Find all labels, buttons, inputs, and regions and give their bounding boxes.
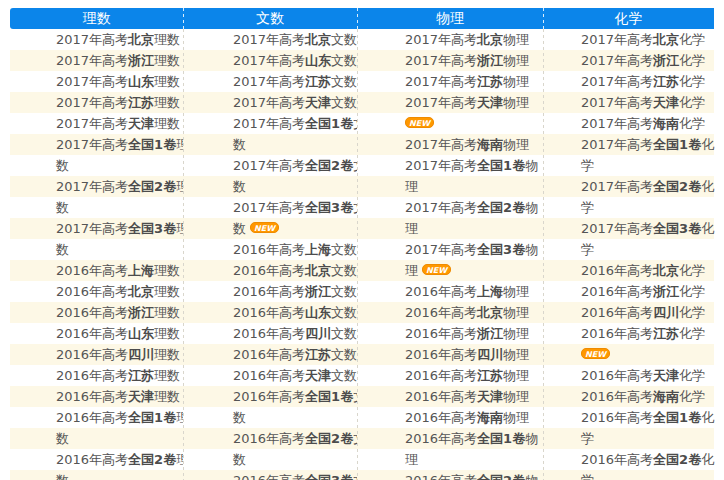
paper-link[interactable]: 2017年高考全国1卷物理 [405,155,543,197]
paper-link-line: 2016年高考江苏物理 [405,365,543,386]
paper-link[interactable]: 2017年高考江苏文数 [233,71,357,92]
paper-link-line: 2016年高考北京理数 [56,281,183,302]
paper-link[interactable]: 2016年高考浙江理数 [56,302,183,323]
paper-link[interactable]: 2016年高考四川理数 [56,344,183,365]
paper-link-line: 2017年高考全国3卷化 [581,218,714,239]
paper-link[interactable]: 2017年高考海南化学 [581,113,714,134]
paper-link[interactable]: 2016年高考山东文数 [233,302,357,323]
paper-link[interactable]: 2017年高考全国3卷理数 [56,218,183,260]
paper-link[interactable]: 2017年高考全国1卷文数 [233,113,357,155]
paper-link[interactable]: 2016年高考天津文数 [233,365,357,386]
paper-link-line: 2016年高考天津化学 [581,365,714,386]
paper-link[interactable]: 2016年高考天津物理 [405,386,543,407]
paper-link-line: 2017年高考天津文数 [233,92,357,113]
paper-link-line: 2016年高考江苏化学 [581,323,714,344]
paper-link[interactable]: 2016年高考江苏物理 [405,365,543,386]
paper-link-line: 数 [56,197,183,218]
paper-link[interactable]: 2016年高考天津理数 [56,386,183,407]
paper-link[interactable]: 2016年高考浙江物理 [405,323,543,344]
paper-link[interactable]: 2016年高考全国2卷化学 [581,449,714,480]
paper-link[interactable]: 2016年高考全国2卷文数 [233,428,357,470]
subject-column: 化学2017年高考北京化学2017年高考浙江化学2017年高考江苏化学2017年… [543,8,714,480]
paper-link[interactable]: 2017年高考全国1卷化学 [581,134,714,176]
paper-link[interactable]: 2016年高考上海文数 [233,239,357,260]
paper-link[interactable]: 2016年高考四川化学 [581,302,714,323]
paper-link[interactable]: 2017年高考全国1卷理数 [56,134,183,176]
paper-link[interactable]: 2017年高考天津文数 [233,92,357,113]
paper-link[interactable]: 2016年高考天津化学 [581,365,714,386]
paper-link[interactable]: 2016年高考北京文数 [233,260,357,281]
new-icon: NEW [581,348,610,359]
paper-link[interactable]: 2017年高考北京化学 [581,29,714,50]
paper-link-line: 2016年高考全国1卷文 [233,386,357,407]
paper-link[interactable]: 2017年高考全国3卷化学 [581,218,714,260]
paper-link-line: 2016年高考全国2卷理 [56,449,183,470]
paper-link[interactable]: 2017年高考北京文数 [233,29,357,50]
paper-link[interactable]: 2017年高考江苏化学 [581,71,714,92]
paper-link[interactable]: 2016年高考海南化学 [581,386,714,407]
paper-link-line: 2017年高考浙江理数 [56,50,183,71]
paper-link[interactable]: 2016年高考四川物理 [405,344,543,365]
paper-link[interactable]: 2016年高考浙江文数 [233,281,357,302]
paper-link-line: 2017年高考全国3卷物 [405,239,543,260]
paper-link-line: 2017年高考全国1卷物 [405,155,543,176]
paper-link-line: 2016年高考北京文数 [233,260,357,281]
paper-link-line: 2017年高考全国2卷理 [56,176,183,197]
paper-link[interactable]: 2016年高考上海物理 [405,281,543,302]
paper-link-line: NEW [581,344,714,365]
paper-link[interactable]: 2017年高考全国2卷文数 [233,155,357,197]
paper-link[interactable]: 2017年高考全国2卷化学 [581,176,714,218]
paper-link[interactable]: 2017年高考江苏理数 [56,92,183,113]
paper-link[interactable]: 2016年高考全国2卷物理 [405,470,543,480]
paper-link-line: 2016年高考四川理数 [56,344,183,365]
paper-link[interactable]: 2017年高考全国2卷理数 [56,176,183,218]
paper-link[interactable]: 2016年高考全国3卷文数 [233,470,357,480]
paper-link-line: 2017年高考山东理数 [56,71,183,92]
paper-link[interactable]: 2016年高考江苏化学NEW [581,323,714,365]
paper-link[interactable]: 2017年高考北京理数 [56,29,183,50]
paper-link[interactable]: 2017年高考江苏物理 [405,71,543,92]
paper-link[interactable]: 2016年高考全国1卷文数 [233,386,357,428]
paper-link[interactable]: 2017年高考浙江化学 [581,50,714,71]
paper-link[interactable]: 2016年高考浙江化学 [581,281,714,302]
paper-link[interactable]: 2016年高考四川文数 [233,323,357,344]
paper-link[interactable]: 2017年高考全国3卷物理NEW [405,239,543,281]
paper-link[interactable]: 2016年高考全国1卷理数 [56,407,183,449]
paper-link-line: 2016年高考全国2卷文 [233,428,357,449]
paper-link[interactable]: 2016年高考江苏理数 [56,365,183,386]
paper-link-line: 数 [56,470,183,480]
paper-link[interactable]: 2017年高考浙江理数 [56,50,183,71]
paper-link[interactable]: 2017年高考天津物理NEW [405,92,543,134]
paper-link-line: 2016年高考四川文数 [233,323,357,344]
paper-link[interactable]: 2016年高考北京理数 [56,281,183,302]
new-icon: NEW [405,117,434,128]
paper-link[interactable]: 2017年高考海南物理 [405,134,543,155]
paper-link[interactable]: 2017年高考全国2卷物理 [405,197,543,239]
paper-link-line: 2017年高考全国3卷文 [233,197,357,218]
paper-link[interactable]: 2017年高考山东文数 [233,50,357,71]
paper-link[interactable]: 2017年高考全国3卷文数NEW [233,197,357,239]
paper-link[interactable]: 2017年高考浙江物理 [405,50,543,71]
paper-link[interactable]: 2016年高考北京化学 [581,260,714,281]
paper-link-line: 2016年高考浙江物理 [405,323,543,344]
paper-link[interactable]: 2017年高考天津理数 [56,113,183,134]
paper-link[interactable]: 2016年高考全国1卷物理 [405,428,543,470]
paper-link-line: 学 [581,239,714,260]
paper-link[interactable]: 2016年高考江苏文数 [233,344,357,365]
new-icon: NEW [250,222,279,233]
paper-link-line: 2017年高考全国1卷理 [56,134,183,155]
paper-link[interactable]: 2017年高考北京物理 [405,29,543,50]
paper-link[interactable]: 2016年高考全国1卷化学 [581,407,714,449]
paper-link-line: 2016年高考全国2卷化 [581,449,714,470]
paper-link[interactable]: 2016年高考上海理数 [56,260,183,281]
paper-link[interactable]: 2017年高考天津化学 [581,92,714,113]
paper-link-line: 2016年高考海南化学 [581,386,714,407]
paper-link-line: 2017年高考海南化学 [581,113,714,134]
paper-link[interactable]: 2016年高考全国2卷理数 [56,449,183,480]
paper-link[interactable]: 2017年高考山东理数 [56,71,183,92]
paper-link[interactable]: 2016年高考山东理数 [56,323,183,344]
paper-link[interactable]: 2016年高考北京物理 [405,302,543,323]
paper-link-line: 理 [405,449,543,470]
paper-link-line: 理 [405,218,543,239]
paper-link[interactable]: 2016年高考海南物理 [405,407,543,428]
